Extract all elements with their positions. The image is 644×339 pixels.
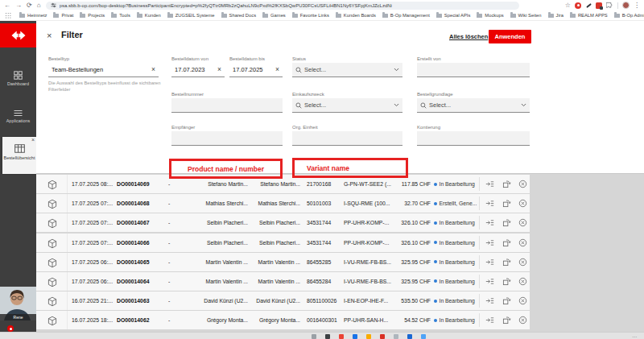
- reorder-icon[interactable]: [501, 256, 513, 268]
- assign-icon[interactable]: [484, 237, 496, 249]
- bookmark-item[interactable]: Kunden: [135, 13, 163, 18]
- table-row[interactable]: 16.07.2025 21:... DO00014063 - David Kün…: [36, 291, 530, 310]
- table-row[interactable]: 17.07.2025 06:... DO00014064 - Martin Va…: [36, 272, 530, 291]
- forward-icon[interactable]: →: [15, 2, 22, 9]
- address-bar[interactable]: psa.sbb.b-op.com/bop-desktop?BusinessPar…: [46, 2, 519, 10]
- bestelldatum-von-input[interactable]: 17.07.2023 ×: [171, 63, 225, 77]
- reorder-icon[interactable]: [501, 275, 513, 287]
- empfaenger-input[interactable]: [171, 131, 283, 146]
- cancel-icon[interactable]: [517, 178, 529, 190]
- adblock-extension-icon[interactable]: [575, 2, 581, 9]
- table-row[interactable]: 17.07.2025 07:... DO00014067 - Selbin Pl…: [36, 213, 530, 232]
- taskbar-icon[interactable]: [366, 334, 371, 339]
- org-einheit-input[interactable]: [292, 131, 402, 146]
- bookmark-item[interactable]: Shared Docs: [220, 13, 258, 18]
- bookmark-item[interactable]: Wiki Seiten: [509, 13, 543, 18]
- bookmark-item[interactable]: Mockups: [475, 13, 505, 18]
- taskbar-icon[interactable]: [407, 334, 412, 339]
- user-avatar[interactable]: Rene: [0, 287, 36, 320]
- bookmark-label: Privat: [61, 13, 73, 18]
- cancel-icon[interactable]: [517, 295, 529, 307]
- grid-extension-icon[interactable]: [596, 2, 602, 9]
- pen-extension-icon[interactable]: [585, 2, 592, 9]
- reorder-icon[interactable]: [501, 314, 513, 326]
- reorder-icon[interactable]: [501, 197, 513, 209]
- einkaufszweck-select[interactable]: Select...: [292, 98, 402, 113]
- reorder-icon[interactable]: [501, 217, 513, 229]
- bookmark-item[interactable]: Tools: [109, 13, 132, 18]
- reload-icon[interactable]: ⟳: [27, 2, 32, 9]
- bookmark-item[interactable]: Games: [261, 13, 287, 18]
- taskbar-icon[interactable]: [325, 334, 330, 339]
- taskbar-icon[interactable]: [421, 334, 426, 339]
- taskbar-icon[interactable]: [312, 334, 316, 339]
- status-select[interactable]: Select...: [292, 63, 402, 77]
- bestelldatum-bis-input[interactable]: 17.07.2025 ×: [229, 63, 283, 77]
- cancel-icon[interactable]: [517, 314, 529, 326]
- extensions-puzzle-icon[interactable]: [606, 2, 613, 9]
- profile-avatar[interactable]: [622, 2, 630, 9]
- order-number: DO00014063: [117, 291, 163, 310]
- assign-icon[interactable]: [484, 178, 496, 190]
- apps-grid-icon[interactable]: [5, 12, 11, 19]
- close-filter-icon[interactable]: ×: [47, 31, 52, 40]
- reorder-icon[interactable]: [501, 237, 513, 249]
- taskbar-icon[interactable]: [380, 334, 385, 339]
- divider: [479, 177, 480, 191]
- bookmark-item[interactable]: B-Op Admin: [613, 13, 644, 18]
- assign-icon[interactable]: [484, 217, 496, 229]
- table-row[interactable]: 16.07.2025 18:... DO00014062 - Grégory M…: [36, 311, 530, 329]
- bookmark-item[interactable]: Special APIs: [435, 13, 473, 18]
- bookmark-star-icon[interactable]: ☆: [565, 2, 571, 9]
- assign-icon[interactable]: [484, 197, 496, 209]
- cancel-icon[interactable]: [517, 197, 529, 209]
- clear-icon[interactable]: ×: [275, 66, 279, 73]
- bookmark-item[interactable]: Jira: [547, 13, 565, 18]
- taskbar-icon[interactable]: [394, 334, 398, 339]
- table-row[interactable]: 17.07.2025 07:... DO00014068 - Mathias S…: [36, 194, 530, 213]
- clear-icon[interactable]: ×: [217, 66, 221, 73]
- assign-icon[interactable]: [484, 256, 496, 268]
- bookmark-item[interactable]: Projects: [78, 13, 106, 18]
- bestellgrundlage-select[interactable]: Select...: [417, 98, 530, 113]
- sidebar-item-bestelluebersicht[interactable]: × Bestellübersicht: [2, 137, 36, 174]
- reorder-icon[interactable]: [501, 295, 513, 307]
- sidebar-item-dashboard[interactable]: Dashboard: [0, 71, 36, 86]
- cancel-icon[interactable]: [517, 256, 529, 268]
- clear-icon[interactable]: ×: [151, 66, 155, 73]
- bookmark-item[interactable]: Heimnetz: [18, 13, 48, 18]
- taskbar-more-icon[interactable]: ⋯: [632, 333, 638, 339]
- cancel-icon[interactable]: [517, 237, 529, 249]
- bestellnummer-input[interactable]: [171, 98, 283, 113]
- home-icon[interactable]: ⌂: [37, 2, 41, 9]
- assign-icon[interactable]: [484, 275, 496, 287]
- taskbar-icon[interactable]: [353, 334, 357, 339]
- back-icon[interactable]: ←: [4, 2, 10, 9]
- cancel-icon[interactable]: [517, 217, 529, 229]
- kontierung-input[interactable]: [417, 131, 530, 146]
- sbb-logo[interactable]: [0, 23, 36, 48]
- clear-all-link[interactable]: Alles löschen: [449, 33, 488, 40]
- bookmark-item[interactable]: Kunden Boards: [334, 13, 378, 18]
- erstellt-von-input[interactable]: [417, 63, 530, 77]
- site-settings-icon[interactable]: [51, 2, 56, 8]
- assign-icon[interactable]: [484, 295, 496, 307]
- taskbar-icon[interactable]: [339, 334, 344, 339]
- table-row[interactable]: 17.07.2025 06:... DO00014065 - Martin Va…: [36, 253, 530, 271]
- browser-menu-icon[interactable]: ⋮: [634, 2, 640, 9]
- bookmark-item[interactable]: REALM APPS: [568, 13, 609, 18]
- table-row[interactable]: 17.07.2025 08:... DO00014069 - Stefano M…: [36, 175, 530, 193]
- table-row[interactable]: 17.07.2025 07:... DO00014066 - Selbin Pl…: [36, 234, 530, 252]
- bookmark-item[interactable]: Favorite Links: [291, 13, 331, 18]
- reorder-icon[interactable]: [501, 178, 513, 190]
- bestelldatum-bis-field: Bestelldatum bis 17.07.2025 ×: [229, 56, 283, 77]
- apply-button[interactable]: Anwenden: [489, 30, 531, 43]
- cancel-icon[interactable]: [517, 275, 529, 287]
- assign-icon[interactable]: [484, 314, 496, 326]
- sidebar-item-applications[interactable]: Applications: [0, 110, 36, 123]
- bookmark-item[interactable]: Privat: [52, 13, 75, 18]
- close-tab-icon[interactable]: ×: [31, 137, 35, 143]
- bestelltyp-input[interactable]: Team-Bestellungen ×: [48, 63, 159, 77]
- bookmark-item[interactable]: ZUGSEIL Systeme: [166, 13, 217, 18]
- bookmark-item[interactable]: B-Op Management: [381, 13, 431, 18]
